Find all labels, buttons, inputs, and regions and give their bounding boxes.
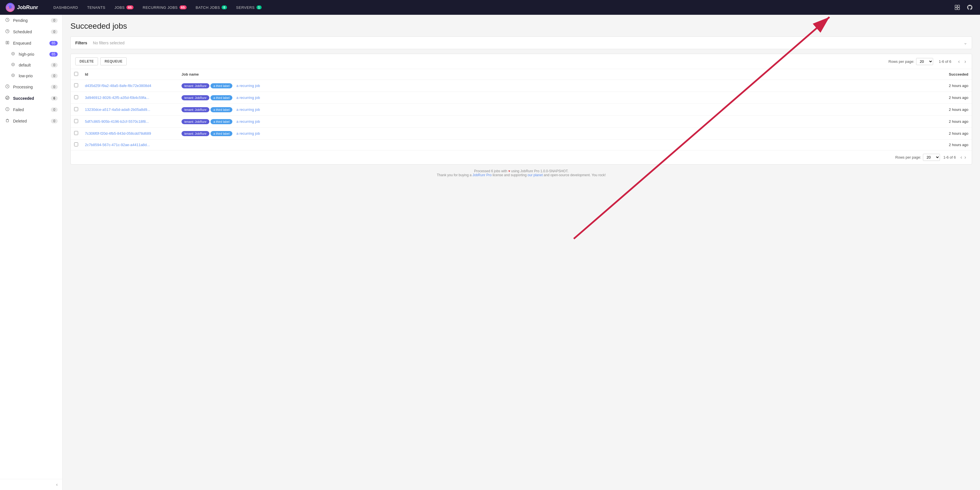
rows-per-page-select-bottom[interactable]: 20 50 100	[923, 154, 940, 161]
failed-icon	[5, 107, 10, 113]
nav-batch-jobs[interactable]: BATCH JOBS 0	[192, 4, 231, 11]
nav-jobs-badge: 65	[126, 5, 134, 10]
sidebar-item-enqueued[interactable]: Enqueued 65	[0, 38, 62, 49]
job-recurring[interactable]: a recurring job	[234, 107, 263, 113]
pagination-info-top: 1-6 of 6	[939, 59, 951, 64]
row-checkbox[interactable]	[74, 119, 78, 123]
footer-line2-mid: license and supporting	[493, 173, 528, 177]
sidebar-item-default[interactable]: default 0	[0, 60, 62, 70]
heart-icon: ♥	[508, 169, 510, 173]
table-row: d435d25f-f9a2-48a5-8afe-f8c72e3808d4tena…	[71, 80, 972, 92]
job-recurring[interactable]: a recurring job	[234, 83, 263, 89]
next-page-button-bottom[interactable]: ›	[963, 154, 967, 160]
jobs-table: Id Job name Succeeded d435d25f-f9a2-48a5…	[71, 69, 972, 150]
prev-page-button-bottom[interactable]: ‹	[959, 154, 963, 160]
job-id-link[interactable]: 13230dce-a517-4a5d-ada8-2b05a8d9...	[85, 107, 150, 112]
main-content: Succeeded jobs Filters No filters select…	[62, 15, 980, 490]
job-succeeded-time: 2 hours ago	[791, 92, 972, 104]
job-tag-label[interactable]: a third label	[210, 95, 232, 101]
row-checkbox[interactable]	[74, 83, 78, 87]
table-row: 13230dce-a517-4a5d-ada8-2b05a8d9...tenan…	[71, 104, 972, 116]
sidebar-enqueued-label: Enqueued	[13, 41, 46, 45]
col-header-jobname: Job name	[178, 69, 791, 80]
job-name-cell: tenant: JobRunra third labela recurring …	[178, 128, 791, 140]
row-checkbox[interactable]	[74, 107, 78, 111]
filters-chevron-icon[interactable]: ⌄	[964, 40, 967, 45]
sidebar: Pending 0 Scheduled 0 Enqueued 65 high-p…	[0, 15, 62, 490]
job-tag-label[interactable]: a third label	[210, 119, 232, 124]
job-succeeded-time: 2 hours ago	[791, 116, 972, 128]
select-all-checkbox[interactable]	[74, 72, 78, 76]
rows-per-page-select[interactable]: 20 50 100	[916, 58, 933, 65]
sidebar-item-failed[interactable]: Failed 0	[0, 104, 62, 115]
job-tag-tenant[interactable]: tenant: JobRunr	[181, 119, 209, 124]
job-recurring[interactable]: a recurring job	[234, 95, 263, 101]
sidebar-item-processing[interactable]: Processing 0	[0, 81, 62, 93]
delete-button[interactable]: DELETE	[75, 57, 98, 65]
job-tag-label[interactable]: a third label	[210, 107, 232, 112]
job-recurring[interactable]: a recurring job	[234, 118, 263, 124]
sidebar-low-prio-label: low-prio	[19, 73, 48, 78]
nav-dashboard-label: DASHBOARD	[53, 5, 78, 10]
nav-links: DASHBOARD TENANTS JOBS 65 RECURRING JOBS…	[49, 4, 953, 11]
job-tag-label[interactable]: a third label	[210, 131, 232, 136]
table-row: 5df7c865-905b-4196-b2cf-5570c18f8...tena…	[71, 116, 972, 128]
nav-servers-label: SERVERS	[236, 5, 255, 10]
col-header-id: Id	[81, 69, 178, 80]
app-body: Pending 0 Scheduled 0 Enqueued 65 high-p…	[0, 15, 980, 490]
table-toolbar-bottom: Rows per page: 20 50 100 1-6 of 6 ‹ ›	[71, 150, 972, 164]
nav-jobs[interactable]: JOBS 65	[110, 4, 137, 11]
sidebar-item-succeeded[interactable]: Succeeded 6	[0, 93, 62, 104]
job-recurring[interactable]: a recurring job	[234, 131, 263, 136]
jobrunr-pro-link[interactable]: JobRunr Pro	[473, 173, 492, 177]
sidebar-item-pending[interactable]: Pending 0	[0, 15, 62, 26]
footer-line1: Processed 6 jobs with ♥ using JobRunr Pr…	[75, 169, 967, 173]
sidebar-item-scheduled[interactable]: Scheduled 0	[0, 26, 62, 38]
svg-rect-6	[958, 8, 959, 10]
layout-icon[interactable]	[953, 3, 962, 12]
row-checkbox[interactable]	[74, 95, 78, 99]
github-icon[interactable]	[965, 3, 974, 12]
logo[interactable]: JobRunr	[6, 3, 38, 12]
row-checkbox[interactable]	[74, 142, 78, 146]
filters-bar[interactable]: Filters No filters selected ⌄	[70, 37, 972, 49]
requeue-button[interactable]: REQUEUE	[100, 57, 127, 65]
sidebar-item-deleted[interactable]: Deleted 0	[0, 115, 62, 127]
sidebar-item-high-prio[interactable]: high-prio 65	[0, 49, 62, 60]
job-id-link[interactable]: 7c306f0f-f20d-4fb5-843d-058cdd78d689	[85, 131, 151, 136]
sidebar-item-low-prio[interactable]: low-prio 0	[0, 70, 62, 81]
our-planet-link[interactable]: our planet	[528, 173, 542, 177]
job-id-link[interactable]: d435d25f-f9a2-48a5-8afe-f8c72e3808d4	[85, 83, 151, 88]
nav-dashboard[interactable]: DASHBOARD	[49, 4, 82, 11]
sidebar-pending-count: 0	[51, 18, 58, 23]
sidebar-deleted-count: 0	[51, 119, 58, 123]
sidebar-succeeded-label: Succeeded	[13, 96, 48, 101]
nav-tenants-label: TENANTS	[87, 5, 105, 10]
pending-icon	[5, 18, 10, 23]
sidebar-deleted-label: Deleted	[13, 119, 48, 123]
job-tag-tenant[interactable]: tenant: JobRunr	[181, 83, 209, 88]
table-card: DELETE REQUEUE Rows per page: 20 50 100 …	[70, 54, 972, 164]
row-checkbox[interactable]	[74, 131, 78, 135]
job-id-link[interactable]: 5df7c865-905b-4196-b2cf-5570c18f8...	[85, 120, 149, 124]
table-row: 7c306f0f-f20d-4fb5-843d-058cdd78d689tena…	[71, 128, 972, 140]
next-page-button-top[interactable]: ›	[963, 59, 967, 64]
job-id-link[interactable]: 3d946912-8026-42f5-a35d-f0b4c59fa...	[85, 96, 149, 100]
job-name-cell: tenant: JobRunra third labela recurring …	[178, 116, 791, 128]
sidebar-collapse-btn[interactable]: ‹	[0, 479, 62, 490]
job-tag-tenant[interactable]: tenant: JobRunr	[181, 107, 209, 112]
job-tag-label[interactable]: a third label	[210, 83, 232, 88]
col-header-succeeded: Succeeded	[791, 69, 972, 80]
nav-servers[interactable]: SERVERS 1	[232, 4, 266, 11]
sidebar-scheduled-count: 0	[51, 30, 58, 34]
svg-point-15	[12, 52, 14, 55]
job-tag-tenant[interactable]: tenant: JobRunr	[181, 95, 209, 101]
deleted-icon	[5, 118, 10, 124]
prev-page-button-top[interactable]: ‹	[957, 59, 961, 64]
job-tag-tenant[interactable]: tenant: JobRunr	[181, 131, 209, 136]
nav-tenants[interactable]: TENANTS	[83, 4, 109, 11]
job-id-link[interactable]: 2c7b8594-567c-471c-92ae-a4411a8d...	[85, 143, 150, 147]
job-succeeded-time: 2 hours ago	[791, 80, 972, 92]
scheduled-icon	[5, 29, 10, 35]
nav-recurring-jobs[interactable]: RECURRING JOBS 65	[138, 4, 191, 11]
